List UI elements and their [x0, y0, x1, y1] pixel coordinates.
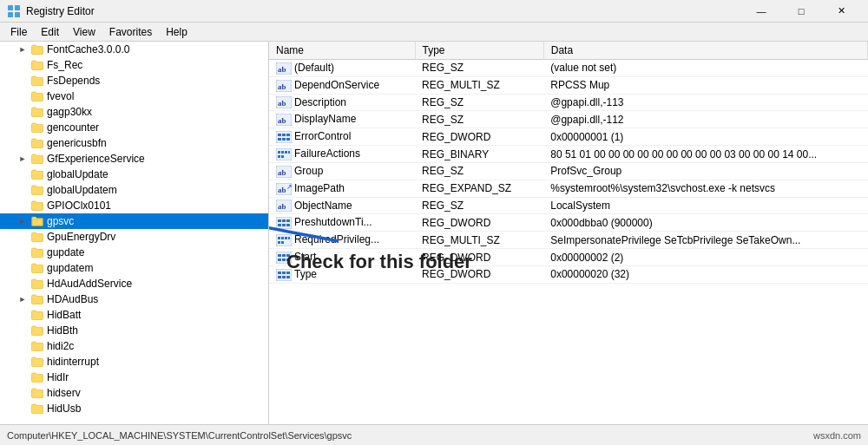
value-data: LocalSystem	[543, 197, 867, 214]
expand-arrow-icon[interactable]	[17, 200, 28, 211]
expand-arrow-icon[interactable]	[17, 185, 28, 195]
minimize-button[interactable]: —	[741, 0, 781, 23]
svg-text:ab: ab	[278, 116, 286, 125]
svg-rect-61	[286, 276, 290, 278]
value-data: %systemroot%\system32\svchost.exe -k net…	[543, 180, 867, 197]
value-type: REG_EXPAND_SZ	[415, 180, 543, 197]
expand-arrow-icon[interactable]	[17, 247, 28, 258]
tree-item-label: HidIr	[47, 371, 69, 383]
menu-file[interactable]: File	[3, 24, 34, 40]
svg-text:ab: ab	[278, 82, 286, 91]
tree-item-label: hidinterrupt	[47, 356, 99, 368]
expand-arrow-icon[interactable]	[17, 403, 28, 414]
expand-arrow-icon[interactable]	[17, 278, 28, 289]
expand-arrow-icon[interactable]	[17, 91, 28, 101]
svg-rect-54	[286, 258, 290, 261]
tree-item[interactable]: HidBatt	[0, 307, 268, 323]
table-row[interactable]: PreshutdownTi...REG_DWORD0x000dbba0 (900…	[269, 214, 868, 232]
expand-arrow-icon[interactable]	[17, 388, 28, 398]
svg-rect-18	[282, 138, 286, 141]
svg-rect-42	[278, 237, 280, 239]
tree-item[interactable]: ► GfExperienceService	[0, 151, 268, 167]
svg-rect-3	[15, 12, 20, 17]
expand-arrow-icon[interactable]	[17, 232, 28, 242]
close-button[interactable]: ✕	[821, 0, 861, 23]
tree-item[interactable]: gupdatem	[0, 260, 268, 276]
table-row[interactable]: ab (Default)REG_SZ(value not set)	[269, 60, 868, 77]
tree-item[interactable]: globalUpdate	[0, 167, 268, 182]
table-row[interactable]: ab DependOnServiceREG_MULTI_SZRPCSS Mup	[269, 76, 868, 94]
svg-rect-22	[281, 151, 284, 154]
svg-text:ab: ab	[278, 99, 286, 108]
expand-arrow-icon[interactable]	[17, 263, 28, 273]
svg-rect-43	[281, 237, 284, 239]
tree-item[interactable]: HidIr	[0, 370, 268, 385]
expand-arrow-icon[interactable]	[17, 75, 28, 86]
tree-item[interactable]: ► HDAudBus	[0, 291, 268, 307]
table-row[interactable]: ErrorControlREG_DWORD0x00000001 (1)	[269, 128, 868, 146]
tree-item[interactable]: gagp30kx	[0, 104, 268, 120]
tree-item[interactable]: hidi2c	[0, 338, 268, 354]
table-row[interactable]: ab ObjectNameREG_SZLocalSystem	[269, 197, 868, 214]
tree-item[interactable]: HidBth	[0, 323, 268, 338]
expand-arrow-icon[interactable]	[17, 372, 28, 383]
svg-rect-19	[286, 138, 290, 141]
table-row[interactable]: StartREG_DWORD0x00000002 (2)	[269, 249, 868, 266]
menu-edit[interactable]: Edit	[34, 24, 66, 40]
tree-item[interactable]: ► FontCache3.0.0.0	[0, 42, 268, 57]
table-row[interactable]: FailureActionsREG_BINARY80 51 01 00 00 0…	[269, 146, 868, 163]
menu-favorites[interactable]: Favorites	[102, 24, 159, 40]
expand-arrow-icon[interactable]	[17, 310, 28, 320]
menu-help[interactable]: Help	[159, 24, 194, 40]
table-row[interactable]: ab ↗ ImagePathREG_EXPAND_SZ%systemroot%\…	[269, 180, 868, 197]
expand-arrow-icon[interactable]	[17, 122, 28, 133]
menu-view[interactable]: View	[66, 24, 102, 40]
tree-item[interactable]: gupdate	[0, 245, 268, 260]
tree-item-label: genericusbfn	[47, 137, 107, 149]
expand-arrow-icon[interactable]	[17, 60, 28, 70]
tree-item[interactable]: GPIOClx0101	[0, 198, 268, 213]
tree-item[interactable]: FsDepends	[0, 73, 268, 88]
svg-rect-55	[276, 269, 292, 281]
expand-arrow-icon[interactable]	[17, 107, 28, 117]
tree-item-label: GfExperienceService	[47, 153, 145, 165]
table-row[interactable]: ab GroupREG_SZProfSvc_Group	[269, 162, 868, 180]
tree-scroll[interactable]: ► FontCache3.0.0.0 Fs_Rec FsDepends fvev…	[0, 42, 268, 424]
expand-arrow-icon[interactable]	[17, 169, 28, 180]
expand-arrow-icon[interactable]	[17, 138, 28, 148]
tree-item[interactable]: gencounter	[0, 120, 268, 135]
tree-item[interactable]: HidUsb	[0, 401, 268, 416]
expand-arrow-icon[interactable]	[17, 325, 28, 336]
folder-icon	[30, 75, 44, 87]
expand-arrow-icon[interactable]	[17, 357, 28, 367]
tree-item[interactable]: GpuEnergyDrv	[0, 229, 268, 245]
svg-rect-53	[282, 258, 286, 261]
expand-arrow-icon[interactable]	[17, 341, 28, 351]
tree-item[interactable]: hidinterrupt	[0, 354, 268, 370]
tree-item[interactable]: hidserv	[0, 385, 268, 401]
table-row[interactable]: ab DisplayNameREG_SZ@gpapi.dll,-112	[269, 111, 868, 128]
table-row[interactable]: RequiredPrivileg...REG_MULTI_SZSeImperso…	[269, 232, 868, 249]
value-type: REG_BINARY	[415, 146, 543, 163]
svg-text:↗: ↗	[286, 183, 292, 191]
values-scroll[interactable]: Name Type Data ab (Default)REG_SZ(value …	[269, 42, 868, 424]
tree-item[interactable]: ► gpsvc	[0, 213, 268, 229]
svg-rect-35	[278, 219, 281, 222]
expand-arrow-icon[interactable]: ►	[17, 154, 28, 164]
folder-icon	[30, 137, 44, 149]
expand-arrow-icon[interactable]: ►	[17, 294, 28, 304]
expand-arrow-icon[interactable]: ►	[17, 216, 28, 226]
maximize-button[interactable]: □	[781, 0, 821, 23]
tree-item[interactable]: genericusbfn	[0, 135, 268, 151]
svg-rect-0	[8, 5, 13, 10]
expand-arrow-icon[interactable]: ►	[17, 44, 28, 55]
table-row[interactable]: TypeREG_DWORD0x00000020 (32)	[269, 265, 868, 283]
table-row[interactable]: ab DescriptionREG_SZ@gpapi.dll,-113	[269, 94, 868, 111]
tree-item[interactable]: Fs_Rec	[0, 57, 268, 73]
value-name: ab ObjectName	[269, 197, 415, 214]
tree-item[interactable]: globalUpdatem	[0, 182, 268, 198]
tree-item[interactable]: HdAudAddService	[0, 276, 268, 291]
tree-item[interactable]: fvevol	[0, 88, 268, 104]
tree-item-label: hidserv	[47, 387, 81, 399]
value-name: PreshutdownTi...	[269, 214, 415, 232]
